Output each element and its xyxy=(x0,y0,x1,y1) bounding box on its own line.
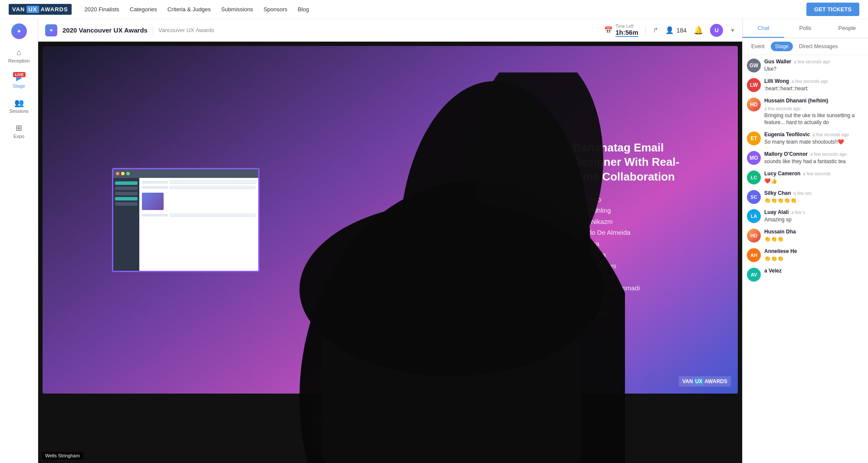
chat-time-luay: a few s xyxy=(791,210,805,215)
chat-header-hussain: Hussain Dhanani (he/him) a few seconds a… xyxy=(764,98,864,111)
sub-tab-stage[interactable]: Stage xyxy=(771,42,793,51)
video-area: UX Awards Ceremony xyxy=(38,42,742,463)
avatar-anneliese: AH xyxy=(747,248,761,262)
slide-van-ux-logo: VAN UX AWARDS xyxy=(679,376,731,387)
screenshot-sidebar xyxy=(113,178,139,271)
camera-label-alejandra: Alejandra Porta xyxy=(315,450,350,457)
chat-message-lucy: LC Lucy Cameron a few seconds ❤️👍 xyxy=(747,171,864,185)
screenshot-main xyxy=(139,178,258,271)
chat-name-gus: Gus Waller xyxy=(764,59,791,65)
sidebar-label-stage: Stage xyxy=(13,83,25,89)
silhouette-alejandra xyxy=(338,415,364,454)
chat-name-eugenia: Eugenia Teofilovic xyxy=(764,131,810,138)
screenshot-preview xyxy=(112,168,260,272)
get-tickets-button[interactable]: GET TICKETS xyxy=(806,3,859,16)
tab-people[interactable]: People xyxy=(826,19,868,38)
slide-names: Lane Ngo Nick Frühling Kimia Nikazm Rica… xyxy=(573,195,694,304)
chat-text-mallory: sounds like they had a fantastic tea xyxy=(764,158,851,165)
expo-icon: ⊞ xyxy=(14,124,24,132)
ss-label-1 xyxy=(142,181,168,184)
van-ux-logo[interactable]: VAN UX AWARDS xyxy=(9,4,72,15)
chat-name-hussain: Hussain Dhanani (he/him) xyxy=(764,98,828,104)
ss-bar-1 xyxy=(115,181,138,185)
silhouette-robert xyxy=(417,415,443,454)
chat-time-mallory: a few seconds ago xyxy=(810,152,846,157)
ss-bar-3 xyxy=(115,192,138,195)
chat-name-lucy: Lucy Cameron xyxy=(764,171,800,177)
chat-header-mallory: Mallory O'Connor a few seconds ago xyxy=(764,151,864,157)
chat-time-hussain: a few seconds ago xyxy=(764,106,800,111)
live-badge: LIVE xyxy=(13,72,25,77)
avatar-hussain2: HD xyxy=(747,229,761,243)
avatar-velez: AV xyxy=(747,268,761,282)
time-underline xyxy=(615,36,638,37)
sub-tab-direct[interactable]: Direct Messages xyxy=(795,42,842,51)
chat-content-hussain2: Hussain Dha 👏👏👏 xyxy=(764,229,864,243)
ss-row-3 xyxy=(142,213,256,217)
header-right: 📅 Time Left 1h:56m ↱ 👤 184 xyxy=(604,24,735,37)
time-label: Time Left xyxy=(615,24,638,29)
sidebar-label-reception: Reception xyxy=(8,58,30,63)
chat-name-velez: a Velez xyxy=(764,268,782,274)
nav-submissions[interactable]: Submissions xyxy=(221,6,253,13)
chat-message-mallory: MO Mallory O'Connor a few seconds ago so… xyxy=(747,151,864,165)
chat-name-hussain2: Hussain Dha xyxy=(764,229,796,235)
ss-input-1 xyxy=(170,181,256,184)
bell-icon[interactable]: 🔔 xyxy=(694,26,703,35)
avatar-mallory: MO xyxy=(747,151,761,165)
body-alejandra xyxy=(340,432,362,449)
sidebar: ✦ ⌂ Reception ▶ LIVE Stage 👥 Sessions ⊞ xyxy=(0,19,38,463)
chat-content-lucy: Lucy Cameron a few seconds ❤️👍 xyxy=(764,171,864,185)
tab-polls[interactable]: Polls xyxy=(784,19,826,38)
ss-image xyxy=(142,193,164,210)
sidebar-item-stage[interactable]: ▶ LIVE Stage xyxy=(3,69,35,93)
panel-tabs: Chat Polls People xyxy=(743,19,868,38)
header-divider xyxy=(153,26,153,35)
chat-message-velez: AV a Velez xyxy=(747,268,864,282)
nav-sponsors[interactable]: Sponsors xyxy=(263,6,287,13)
sub-tab-event[interactable]: Event xyxy=(747,42,769,51)
tab-chat[interactable]: Chat xyxy=(743,19,784,38)
head-alejandra xyxy=(343,415,359,431)
logo-van: VAN xyxy=(12,6,25,13)
ss-bar-5 xyxy=(115,202,138,206)
chat-name-silky: Silky Chan xyxy=(764,190,791,196)
sidebar-item-expo[interactable]: ⊞ Expo xyxy=(3,120,35,143)
chat-header-silky: Silky Chan a few sec xyxy=(764,190,864,196)
camera-feeds: Alejandra Porta Robert MacKie xyxy=(313,402,467,459)
ss-bar-4 xyxy=(115,197,138,200)
header-divider-2 xyxy=(645,26,646,35)
dot-yellow xyxy=(121,172,125,175)
camera-label-robert: Robert MacKie xyxy=(393,450,427,457)
nav-categories[interactable]: Categories xyxy=(130,6,157,13)
avatar-lilli: LW xyxy=(747,78,761,92)
camera-feed-alejandra: Alejandra Porta xyxy=(313,402,389,459)
nav-blog[interactable]: Blog xyxy=(298,6,309,13)
chat-time-eugenia: a few seconds ago xyxy=(812,132,848,137)
chat-message-anneliese: AH Anneliese He 👏👏👏 xyxy=(747,248,864,263)
sidebar-item-sessions[interactable]: 👥 Sessions xyxy=(3,95,35,118)
platform-logo: ✦ xyxy=(11,23,27,39)
chat-text-lucy: ❤️👍 xyxy=(764,177,864,185)
ss-input-3 xyxy=(170,213,256,217)
exit-icon: ↱ xyxy=(653,26,658,34)
chat-header-lucy: Lucy Cameron a few seconds xyxy=(764,171,864,177)
nav-criteria[interactable]: Criteria & Judges xyxy=(168,6,211,13)
ss-label-3 xyxy=(142,214,168,217)
chat-header-gus: Gus Waller a few seconds ago xyxy=(764,59,864,65)
screenshot-body xyxy=(113,178,258,271)
chat-message-luay: LA Luay Alali a few s Amazing sp xyxy=(747,209,864,223)
dropdown-chevron-icon[interactable]: ▼ xyxy=(730,27,735,33)
stream-title: 2020 Vancouver UX Awards xyxy=(62,26,148,34)
avatar-luay: LA xyxy=(747,209,761,223)
chat-message-eugenia: ET Eugenia Teofilovic a few seconds ago … xyxy=(747,131,864,146)
nav-finalists[interactable]: 2020 Finalists xyxy=(85,6,119,13)
chat-text-hussain2: 👏👏👏 xyxy=(764,236,851,243)
slide-logo-awards: AWARDS xyxy=(704,378,727,384)
chat-text-eugenia: So many team mate shoutouts!!❤️ xyxy=(764,138,864,146)
user-avatar[interactable]: U xyxy=(710,24,723,37)
chat-header-eugenia: Eugenia Teofilovic a few seconds ago xyxy=(764,131,864,138)
ss-input-2 xyxy=(170,186,256,189)
sidebar-item-reception[interactable]: ⌂ Reception xyxy=(3,44,35,68)
ss-row-2 xyxy=(142,186,256,189)
